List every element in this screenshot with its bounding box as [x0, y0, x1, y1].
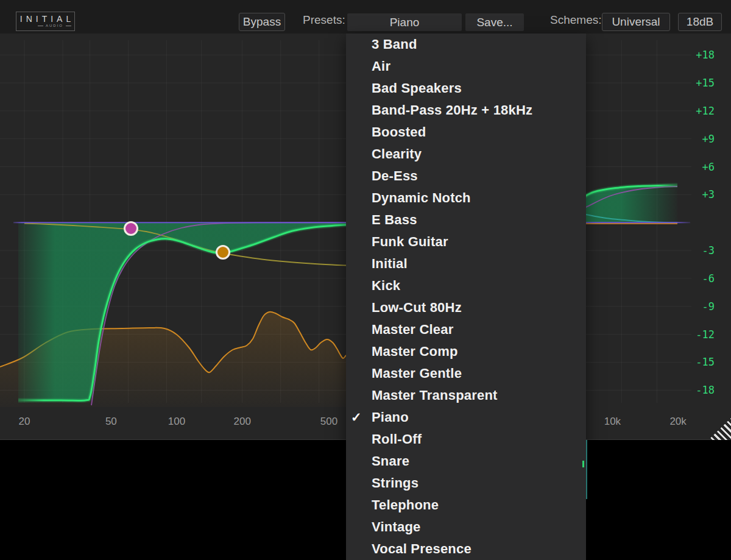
- db-axis-label: -6: [702, 272, 715, 285]
- preset-menu-item[interactable]: Boosted: [346, 121, 586, 143]
- db-axis-label: +6: [702, 161, 715, 173]
- bypass-button[interactable]: Bypass: [239, 13, 285, 31]
- preset-menu-item-label: Piano: [372, 409, 409, 425]
- preset-menu-item[interactable]: Air: [346, 55, 586, 77]
- db-axis-label: +15: [696, 77, 715, 89]
- preset-menu-item[interactable]: Master Comp: [346, 341, 586, 363]
- freq-axis-label: 20k: [669, 416, 687, 427]
- preset-menu-item-label: Master Gentle: [372, 366, 462, 381]
- preset-menu-item[interactable]: Master Clear: [346, 319, 586, 341]
- brand-logo-subtitle: AUDIO: [38, 24, 71, 28]
- brand-logo-subtitle-text: AUDIO: [46, 24, 63, 28]
- preset-menu-item-label: Funk Guitar: [372, 234, 448, 250]
- preset-menu-item-label: Vintage: [372, 519, 420, 535]
- logo-dash-right: [66, 26, 71, 26]
- preset-menu-item[interactable]: E Bass: [346, 209, 586, 231]
- preset-menu-item[interactable]: Strings: [346, 472, 586, 494]
- brand-logo: INITIAL AUDIO: [16, 12, 75, 31]
- presets-label: Presets:: [303, 13, 345, 27]
- preset-menu-item[interactable]: Funk Guitar: [346, 231, 586, 253]
- freq-axis-label: 10k: [604, 416, 621, 427]
- screen: +18+15+12+9+6+3-3-6-9-12-15-182050100200…: [0, 0, 731, 560]
- preset-menu-item[interactable]: Vintage: [346, 516, 586, 538]
- preset-menu-item-label: Initial: [372, 256, 408, 272]
- db-axis-label: +9: [702, 133, 715, 145]
- preset-menu-item-label: Bad Speakers: [372, 80, 462, 96]
- db-axis-label: -18: [696, 384, 715, 396]
- save-button[interactable]: Save...: [465, 13, 524, 31]
- preset-menu-item-label: Master Comp: [372, 344, 458, 360]
- eq-band-handle-magenta[interactable]: [125, 222, 138, 235]
- preset-menu-item-label: Dynamic Notch: [372, 190, 471, 206]
- menu-edge-artifact: [586, 440, 587, 499]
- preset-menu-item[interactable]: Vocal Presence: [346, 538, 586, 560]
- preset-menu-item[interactable]: Initial: [346, 253, 586, 275]
- db-axis-label: +3: [702, 188, 715, 200]
- preset-menu-item-label: Kick: [372, 278, 400, 294]
- preset-dropdown[interactable]: Piano: [347, 13, 462, 31]
- preset-menu-item[interactable]: Master Gentle: [346, 363, 586, 385]
- preset-menu-item-label: Vocal Presence: [372, 541, 471, 557]
- db-axis-label: -15: [696, 356, 715, 368]
- headroom-button[interactable]: 18dB: [678, 13, 722, 31]
- preset-menu-item-label: Strings: [372, 475, 418, 491]
- db-axis-label: +18: [696, 49, 715, 61]
- freq-axis-label: 500: [320, 416, 337, 427]
- preset-menu-item-label: Snare: [372, 453, 409, 469]
- db-axis-label: -12: [696, 328, 715, 341]
- preset-menu-item[interactable]: Band-Pass 20Hz + 18kHz: [346, 99, 586, 121]
- preset-menu-item-label: 3 Band: [372, 37, 417, 52]
- scheme-button[interactable]: Universal: [602, 13, 670, 31]
- menu-edge-artifact-green: [582, 461, 584, 467]
- preset-menu-item-label: Band-Pass 20Hz + 18kHz: [372, 102, 532, 118]
- check-icon: ✓: [346, 410, 372, 425]
- preset-menu-item-label: Master Transparent: [372, 388, 498, 403]
- preset-menu-item-label: E Bass: [372, 212, 417, 228]
- preset-menu-item[interactable]: Clearity: [346, 143, 586, 165]
- preset-menu-item-label: Roll-Off: [372, 431, 422, 447]
- preset-menu-item[interactable]: 3 Band: [346, 34, 586, 55]
- db-axis-label: -3: [702, 244, 715, 257]
- preset-menu-item[interactable]: De-Ess: [346, 165, 586, 187]
- db-axis-label: -9: [702, 300, 715, 313]
- preset-menu-item[interactable]: Roll-Off: [346, 428, 586, 450]
- preset-menu-item[interactable]: Dynamic Notch: [346, 187, 586, 209]
- preset-menu-item[interactable]: Snare: [346, 450, 586, 472]
- brand-logo-title: INITIAL: [16, 15, 74, 23]
- preset-menu-item[interactable]: Telephone: [346, 494, 586, 516]
- preset-menu-item-label: Master Clear: [372, 322, 453, 338]
- eq-band-handle-orange[interactable]: [217, 246, 230, 259]
- preset-menu-item-label: Clearity: [372, 146, 422, 162]
- freq-axis-label: 100: [168, 416, 185, 427]
- preset-menu-item-label: Low-Cut 80Hz: [372, 300, 462, 316]
- freq-axis-label: 50: [105, 416, 117, 427]
- top-toolbar: INITIAL AUDIO Bypass Presets: Piano Save…: [0, 0, 731, 34]
- preset-menu-item[interactable]: Bad Speakers: [346, 77, 586, 99]
- preset-menu-item[interactable]: Master Transparent: [346, 385, 586, 406]
- preset-menu-item[interactable]: ✓Piano: [346, 406, 586, 428]
- preset-menu-item[interactable]: Kick: [346, 275, 586, 297]
- freq-axis-label: 20: [19, 416, 30, 427]
- preset-menu-item-label: Boosted: [372, 124, 426, 140]
- preset-menu-item-label: Air: [372, 58, 390, 74]
- schemes-label: Schemes:: [550, 13, 601, 27]
- preset-menu: 3 BandAirBad SpeakersBand-Pass 20Hz + 18…: [346, 34, 586, 560]
- preset-menu-item[interactable]: Low-Cut 80Hz: [346, 297, 586, 319]
- preset-menu-item-label: Telephone: [372, 497, 439, 513]
- preset-menu-item-label: De-Ess: [372, 168, 418, 184]
- freq-axis-label: 200: [234, 416, 251, 427]
- db-axis-label: +12: [696, 105, 715, 117]
- logo-dash-left: [38, 26, 43, 26]
